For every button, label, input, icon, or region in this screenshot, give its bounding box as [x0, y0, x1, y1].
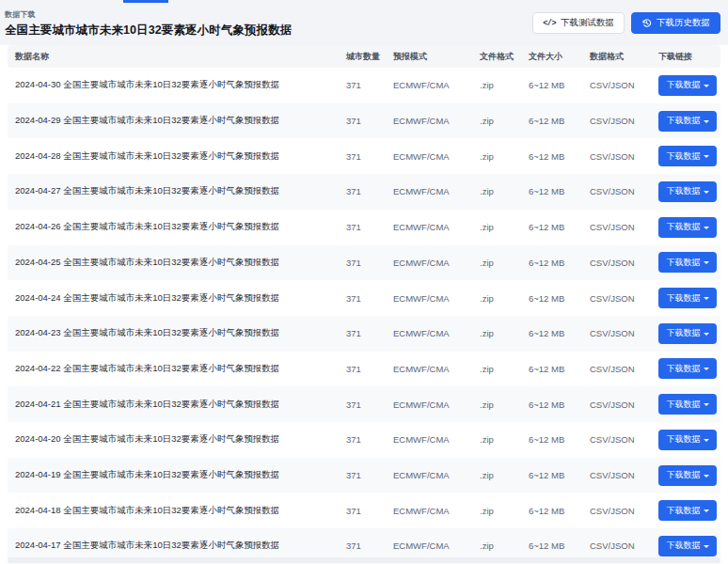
- file-format: .zip: [480, 506, 529, 516]
- download-data-label: 下载数据: [667, 433, 701, 446]
- file-format: .zip: [480, 151, 529, 162]
- download-data-button[interactable]: 下载数据: [658, 217, 717, 238]
- table-row: 2024-04-25 全国主要城市城市未来10日32要素逐小时气象预报数据 37…: [8, 245, 720, 281]
- forecast-model: ECMWF/CMA: [393, 186, 480, 196]
- dataset-name: 2024-04-23 全国主要城市城市未来10日32要素逐小时气象预报数据: [8, 327, 346, 339]
- file-format: .zip: [480, 222, 529, 232]
- file-size: 6~12 MB: [529, 80, 590, 90]
- download-data-button[interactable]: 下载数据: [658, 536, 717, 556]
- data-format: CSV/JSON: [590, 506, 658, 516]
- file-format: .zip: [480, 258, 529, 268]
- data-format: CSV/JSON: [590, 186, 658, 196]
- city-count: 371: [346, 506, 393, 516]
- table-row: 2024-04-22 全国主要城市城市未来10日32要素逐小时气象预报数据 37…: [8, 352, 720, 387]
- file-format: .zip: [480, 434, 529, 445]
- dataset-name: 2024-04-30 全国主要城市城市未来10日32要素逐小时气象预报数据: [8, 79, 346, 91]
- breadcrumb[interactable]: 数据下载: [5, 9, 292, 20]
- code-icon: </>: [543, 19, 556, 28]
- file-format: .zip: [480, 470, 529, 480]
- download-data-button[interactable]: 下载数据: [658, 181, 717, 202]
- caret-down-icon: [704, 509, 709, 512]
- download-data-label: 下载数据: [667, 150, 701, 163]
- download-data-button[interactable]: 下载数据: [658, 394, 717, 415]
- download-link-cell: 下载数据: [658, 323, 720, 344]
- forecast-model: ECMWF/CMA: [393, 364, 480, 374]
- download-link-cell: 下载数据: [658, 465, 720, 486]
- file-format: .zip: [480, 364, 529, 374]
- download-data-button[interactable]: 下载数据: [658, 500, 717, 521]
- city-count: 371: [346, 400, 393, 410]
- table-row: 2024-04-27 全国主要城市城市未来10日32要素逐小时气象预报数据 37…: [8, 174, 720, 210]
- data-format: CSV/JSON: [590, 116, 658, 126]
- city-count: 371: [346, 186, 393, 196]
- download-history-data-button[interactable]: 下载历史数据: [631, 12, 720, 34]
- table-row: 2024-04-26 全国主要城市城市未来10日32要素逐小时气象预报数据 37…: [8, 210, 720, 245]
- caret-down-icon: [704, 368, 709, 370]
- file-size: 6~12 MB: [529, 364, 590, 374]
- download-history-data-label: 下载历史数据: [657, 17, 710, 29]
- data-format: CSV/JSON: [590, 400, 658, 410]
- city-count: 371: [346, 258, 393, 268]
- file-format: .zip: [480, 400, 529, 410]
- download-link-cell: 下载数据: [658, 181, 720, 202]
- caret-down-icon: [704, 297, 709, 300]
- city-count: 371: [346, 364, 393, 374]
- download-data-label: 下载数据: [667, 399, 701, 411]
- download-data-button[interactable]: 下载数据: [658, 288, 717, 308]
- download-test-data-button[interactable]: </> 下载测试数据: [532, 12, 625, 34]
- download-link-cell: 下载数据: [658, 394, 720, 415]
- file-format: .zip: [480, 293, 529, 304]
- data-format: CSV/JSON: [590, 470, 658, 480]
- caret-down-icon: [704, 120, 709, 123]
- download-data-button[interactable]: 下载数据: [658, 146, 717, 166]
- download-data-button[interactable]: 下载数据: [658, 430, 717, 450]
- dataset-name: 2024-04-17 全国主要城市城市未来10日32要素逐小时气象预报数据: [8, 540, 346, 552]
- file-format: .zip: [480, 540, 529, 551]
- dataset-name: 2024-04-29 全国主要城市城市未来10日32要素逐小时气象预报数据: [8, 115, 346, 127]
- page-title: 全国主要城市城市未来10日32要素逐小时气象预报数据: [5, 23, 292, 39]
- download-link-cell: 下载数据: [658, 75, 720, 96]
- download-data-button[interactable]: 下载数据: [658, 358, 717, 379]
- forecast-model: ECMWF/CMA: [393, 258, 480, 268]
- table-row: 2024-04-23 全国主要城市城市未来10日32要素逐小时气象预报数据 37…: [8, 316, 720, 352]
- dataset-name: 2024-04-22 全国主要城市城市未来10日32要素逐小时气象预报数据: [8, 363, 346, 375]
- caret-down-icon: [704, 545, 709, 548]
- forecast-model: ECMWF/CMA: [393, 293, 480, 304]
- active-tab-indicator: [123, 0, 168, 3]
- data-format: CSV/JSON: [590, 80, 658, 90]
- dataset-name: 2024-04-28 全国主要城市城市未来10日32要素逐小时气象预报数据: [8, 150, 346, 163]
- caret-down-icon: [704, 261, 709, 264]
- table-row: 2024-04-30 全国主要城市城市未来10日32要素逐小时气象预报数据 37…: [8, 68, 720, 103]
- forecast-model: ECMWF/CMA: [393, 470, 480, 480]
- file-format: .zip: [480, 116, 529, 126]
- download-data-button[interactable]: 下载数据: [658, 465, 717, 486]
- download-data-button[interactable]: 下载数据: [658, 75, 717, 96]
- forecast-model: ECMWF/CMA: [393, 222, 480, 232]
- column-header-file-size: 文件大小: [529, 51, 590, 63]
- caret-down-icon: [704, 403, 709, 406]
- download-link-cell: 下载数据: [658, 500, 720, 521]
- data-format: CSV/JSON: [590, 364, 658, 374]
- download-data-button[interactable]: 下载数据: [658, 323, 717, 344]
- table-row: 2024-04-20 全国主要城市城市未来10日32要素逐小时气象预报数据 37…: [8, 422, 720, 458]
- download-link-cell: 下载数据: [658, 146, 720, 166]
- city-count: 371: [346, 540, 393, 551]
- city-count: 371: [346, 116, 393, 126]
- file-size: 6~12 MB: [529, 222, 590, 232]
- horizontal-scrollbar[interactable]: [8, 557, 720, 563]
- download-data-button[interactable]: 下载数据: [658, 111, 717, 132]
- dataset-name: 2024-04-18 全国主要城市城市未来10日32要素逐小时气象预报数据: [8, 505, 346, 517]
- download-data-label: 下载数据: [667, 221, 701, 233]
- download-data-button[interactable]: 下载数据: [658, 252, 717, 273]
- page-header: 数据下载 全国主要城市城市未来10日32要素逐小时气象预报数据 </> 下载测试…: [0, 0, 728, 45]
- data-format: CSV/JSON: [590, 328, 658, 338]
- download-data-label: 下载数据: [667, 540, 701, 552]
- forecast-model: ECMWF/CMA: [393, 506, 480, 516]
- table-row: 2024-04-18 全国主要城市城市未来10日32要素逐小时气象预报数据 37…: [8, 493, 720, 528]
- caret-down-icon: [704, 439, 709, 442]
- forecast-model: ECMWF/CMA: [393, 151, 480, 162]
- city-count: 371: [346, 293, 393, 304]
- caret-down-icon: [704, 191, 709, 194]
- content-card: 数据名称 城市数量 预报模式 文件格式 文件大小 数据格式 下载链接 2024-…: [0, 45, 728, 564]
- download-data-label: 下载数据: [667, 469, 701, 481]
